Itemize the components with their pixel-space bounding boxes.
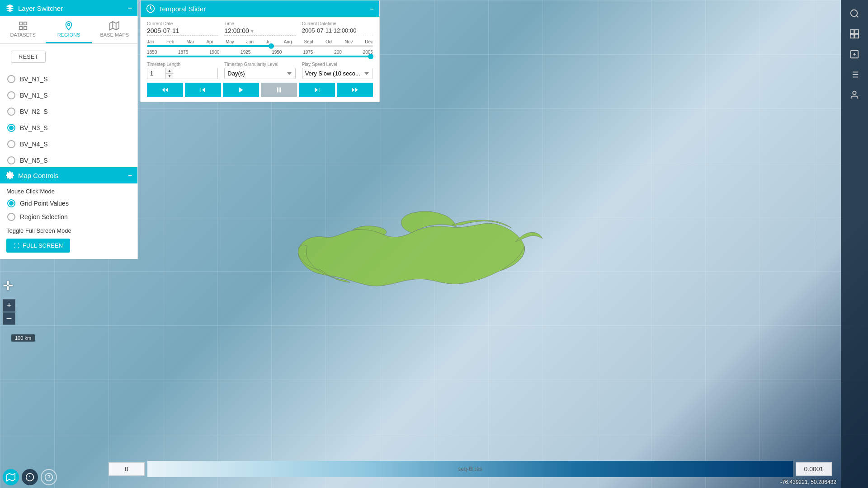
svg-rect-24 xyxy=(855,30,859,33)
map-controls-minimize[interactable]: − xyxy=(128,171,132,179)
temporal-fields-top: Current Date 2005-07-11 Time 12:00:00 ▾ … xyxy=(147,21,373,36)
play-button[interactable] xyxy=(223,83,259,97)
month-mar: Mar xyxy=(186,39,194,44)
temporal-slider-title: Temporal Slider xyxy=(159,5,206,13)
layer-item-3[interactable]: BV_N3_S xyxy=(0,120,137,136)
svg-rect-3 xyxy=(24,27,26,29)
year-1900: 1900 xyxy=(209,50,219,55)
timestep-up[interactable]: ▲ xyxy=(165,68,173,74)
svg-point-36 xyxy=(853,91,856,94)
tab-basemaps[interactable]: BASE MAPS xyxy=(92,16,137,43)
right-list-icon[interactable] xyxy=(845,66,863,84)
layer-label-3: BV_N3_S xyxy=(20,124,47,131)
zoom-out-button[interactable]: − xyxy=(3,312,15,325)
year-1875: 1875 xyxy=(178,50,188,55)
scale-bar: 100 km xyxy=(11,334,35,342)
month-jun: Jun xyxy=(246,39,254,44)
fast-forward-button[interactable] xyxy=(337,83,373,97)
play-icon xyxy=(237,86,245,94)
radio-grid-point[interactable] xyxy=(7,199,15,207)
layer-item-4[interactable]: BV_N4_S xyxy=(0,136,137,152)
temporal-minimize[interactable]: − xyxy=(370,5,374,13)
radio-region-selection[interactable] xyxy=(7,213,15,221)
svg-marker-37 xyxy=(7,474,15,481)
month-jan: Jan xyxy=(147,39,154,44)
bottom-icon-map[interactable] xyxy=(3,469,19,485)
month-aug: Aug xyxy=(284,39,292,44)
right-search-icon[interactable] xyxy=(845,5,863,23)
svg-line-22 xyxy=(856,15,858,17)
radio-bv-n1-s-a[interactable] xyxy=(7,75,15,83)
radio-bv-n5-s[interactable] xyxy=(7,156,15,164)
timestep-down[interactable]: ▼ xyxy=(165,74,173,79)
granularity-field: Timestep Granularity Level Day(s) Month(… xyxy=(224,62,295,79)
map-controls-header: Map Controls − xyxy=(0,167,137,183)
year-1925: 1925 xyxy=(241,50,250,55)
svg-rect-16 xyxy=(279,88,281,93)
bottom-icon-info[interactable] xyxy=(22,469,38,485)
layer-item-0[interactable]: BV_N1_S xyxy=(0,71,137,87)
layer-switcher-minimize[interactable]: − xyxy=(128,4,132,12)
skip-back-button[interactable] xyxy=(185,83,221,97)
month-sep: Sept xyxy=(304,39,313,44)
timestep-length-input[interactable]: ▲ ▼ xyxy=(147,68,218,79)
svg-marker-14 xyxy=(239,87,243,93)
layer-item-5[interactable]: BV_N5_S xyxy=(0,152,137,169)
skip-forward-icon xyxy=(313,86,321,94)
current-datetime-value: 2005-07-11 12:00:00 xyxy=(302,27,373,35)
crosshair-icon[interactable]: ✛ xyxy=(3,279,13,293)
tab-regions[interactable]: REGIONS xyxy=(46,16,91,43)
reset-button[interactable]: RESET xyxy=(11,51,46,63)
month-may: May xyxy=(226,39,234,44)
month-slider-thumb[interactable] xyxy=(269,43,274,49)
month-slider-track[interactable] xyxy=(147,45,373,47)
color-bar-min: 0 xyxy=(108,462,145,476)
timestep-length-value[interactable] xyxy=(147,68,165,79)
timestep-controls: Timestep Length ▲ ▼ Timestep Granularity… xyxy=(147,62,373,79)
timestep-length-label: Timestep Length xyxy=(147,62,218,67)
svg-marker-10 xyxy=(162,88,165,92)
land-mass xyxy=(262,167,570,321)
fullscreen-button[interactable]: FULL SCREEN xyxy=(6,239,70,253)
rewind-button[interactable] xyxy=(147,83,183,97)
skip-back-icon xyxy=(199,86,207,94)
clock-icon xyxy=(146,4,155,13)
bottom-icon-help[interactable] xyxy=(41,469,57,485)
zoom-in-button[interactable]: + xyxy=(3,299,15,312)
zoom-controls: + − xyxy=(3,299,15,325)
mode-region-selection[interactable]: Region Selection xyxy=(0,210,137,224)
svg-marker-11 xyxy=(165,88,168,92)
move-control[interactable]: ✛ xyxy=(3,278,18,294)
map-controls-title: Map Controls xyxy=(18,172,58,179)
svg-point-21 xyxy=(851,10,858,17)
tab-datasets[interactable]: DATASETS xyxy=(0,16,46,43)
right-zoom-icon[interactable] xyxy=(845,45,863,63)
temporal-slider-body: Current Date 2005-07-11 Time 12:00:00 ▾ … xyxy=(141,17,379,102)
bottom-icons xyxy=(3,469,57,485)
radio-bv-n4-s[interactable] xyxy=(7,140,15,148)
year-1850: 1850 xyxy=(147,50,157,55)
year-slider-track[interactable] xyxy=(147,56,373,57)
radio-bv-n2-s[interactable] xyxy=(7,108,15,116)
pause-icon xyxy=(275,86,283,94)
current-datetime-field: Current Datetime 2005-07-11 12:00:00 xyxy=(302,21,373,36)
mode-grid-point[interactable]: Grid Point Values xyxy=(0,197,137,210)
time-value: 12:00:00 ▾ xyxy=(224,27,295,36)
pause-button[interactable] xyxy=(261,83,297,97)
svg-point-4 xyxy=(68,23,70,26)
radio-bv-n1-s-b[interactable] xyxy=(7,91,15,99)
radio-bv-n3-s[interactable] xyxy=(7,124,15,132)
layer-list: BV_N1_S BV_N1_S BV_N2_S BV_N3_S BV_N4_S … xyxy=(0,69,137,170)
temporal-slider-header: Temporal Slider − xyxy=(141,0,379,17)
month-apr: Apr xyxy=(206,39,213,44)
current-date-field: Current Date 2005-07-11 xyxy=(147,21,218,36)
year-slider-thumb[interactable] xyxy=(368,54,373,59)
right-layers-icon[interactable] xyxy=(845,25,863,43)
skip-forward-button[interactable] xyxy=(299,83,335,97)
play-speed-select[interactable]: Very Slow (10 seco... Slow (5 seconds) M… xyxy=(302,68,373,79)
layer-item-2[interactable]: BV_N2_S xyxy=(0,103,137,120)
layer-item-1[interactable]: BV_N1_S xyxy=(0,87,137,103)
timestep-arrows: ▲ ▼ xyxy=(165,68,173,79)
granularity-select[interactable]: Day(s) Month(s) Year(s) xyxy=(224,68,295,79)
right-user-icon[interactable] xyxy=(845,86,863,104)
